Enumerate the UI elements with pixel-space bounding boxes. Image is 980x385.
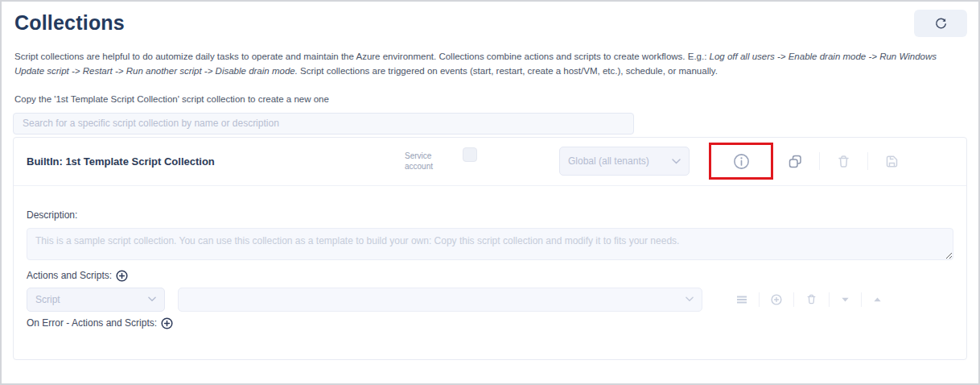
script-move-up-button[interactable] (873, 296, 882, 303)
copy-hint-text: Copy the '1st Template Script Collection… (14, 94, 966, 104)
highlight-annotation-box (709, 143, 773, 180)
chevron-down-icon (672, 159, 681, 164)
script-type-select[interactable]: Script (27, 288, 165, 312)
card-header-toolbar (773, 152, 900, 170)
actions-and-scripts-row: Actions and Scripts: (27, 270, 953, 282)
save-icon (884, 154, 900, 169)
on-error-label: On Error - Actions and Scripts: (27, 317, 157, 329)
collection-card: BuiltIn: 1st Template Script Collection … (13, 137, 967, 360)
refresh-icon (934, 17, 948, 31)
toolbar-divider (829, 292, 830, 307)
duplicate-icon (788, 154, 803, 169)
list-icon (736, 295, 747, 304)
info-button[interactable] (733, 153, 750, 170)
move-down-icon (841, 296, 850, 303)
script-row-toolbar (736, 292, 882, 307)
script-add-button[interactable] (771, 294, 782, 305)
collection-card-body: Description: This is a sample script col… (14, 186, 966, 329)
add-circle-icon (116, 270, 128, 282)
delete-collection-button[interactable] (836, 154, 851, 169)
page-header: Collections (2, 2, 978, 37)
description-label: Description: (27, 209, 953, 221)
script-move-down-button[interactable] (841, 296, 850, 303)
toolbar-divider (793, 292, 794, 307)
on-error-row: On Error - Actions and Scripts: (27, 317, 953, 329)
toolbar-divider (819, 152, 820, 170)
script-list-button[interactable] (736, 295, 747, 304)
add-action-button[interactable] (116, 270, 128, 282)
script-type-select-value: Script (35, 294, 60, 305)
service-account-label: Service account (405, 151, 445, 172)
service-account-checkbox[interactable] (463, 147, 477, 162)
move-up-icon (873, 296, 882, 303)
add-circle-icon (771, 294, 782, 305)
refresh-button[interactable] (914, 10, 967, 37)
actions-and-scripts-label: Actions and Scripts: (27, 270, 112, 281)
add-on-error-action-button[interactable] (161, 317, 173, 329)
collection-name: BuiltIn: 1st Template Script Collection (27, 155, 405, 168)
intro-text-plain-2: Script collections are triggered on even… (298, 66, 718, 76)
info-circle-icon (733, 153, 750, 170)
page-title: Collections (14, 11, 125, 35)
toolbar-divider (867, 152, 868, 170)
description-textarea[interactable]: This is a sample script collection. You … (27, 228, 953, 260)
collections-page: Collections Script collections are helpf… (0, 0, 980, 385)
toolbar-divider (759, 292, 760, 307)
intro-text-plain: Script collections are helpful to do aut… (14, 52, 710, 61)
tenant-select-value: Global (all tenants) (568, 155, 649, 167)
save-collection-button[interactable] (884, 154, 900, 169)
search-input[interactable] (13, 113, 634, 135)
collection-card-header: BuiltIn: 1st Template Script Collection … (14, 138, 966, 186)
chevron-down-icon (686, 296, 694, 302)
script-select[interactable] (178, 288, 702, 312)
script-delete-button[interactable] (805, 293, 817, 305)
copy-collection-button[interactable] (788, 154, 803, 169)
chevron-down-icon (148, 296, 156, 302)
script-row: Script (27, 288, 953, 312)
add-circle-icon (161, 317, 173, 329)
trash-icon (836, 154, 851, 169)
trash-icon (805, 293, 817, 305)
intro-text: Script collections are helpful to do aut… (14, 49, 966, 79)
tenant-select[interactable]: Global (all tenants) (559, 147, 690, 176)
toolbar-divider (861, 292, 862, 307)
